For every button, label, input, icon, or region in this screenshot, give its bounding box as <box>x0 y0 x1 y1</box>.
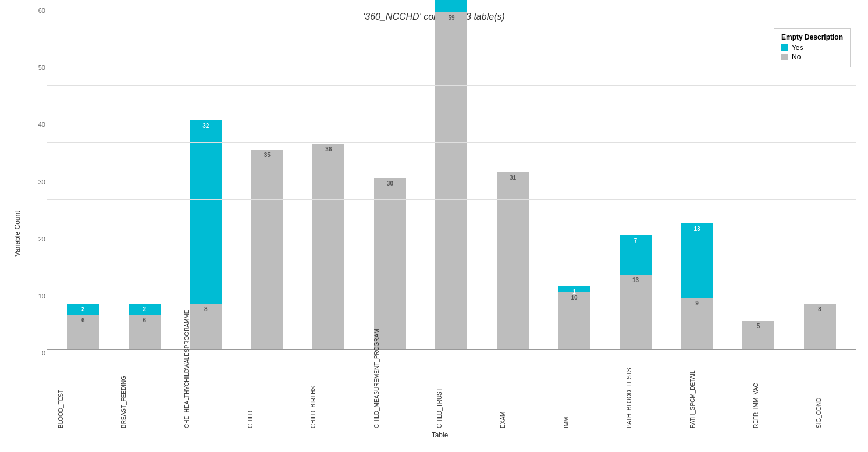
bar-stack: 5 <box>742 321 774 349</box>
x-label-text: IMM <box>563 353 570 428</box>
bar-segment-yes: 7 <box>620 235 652 275</box>
bar-group-child: 35 <box>237 28 298 349</box>
x-label-text: CHILD_TRUST <box>436 353 443 428</box>
x-label-text: BLOOD_TEST <box>58 353 64 428</box>
bar-group-che_healthychildwalesprogramme: 832 <box>175 28 237 349</box>
bar-segment-yes: 13 <box>681 223 713 298</box>
bar-group-imm: 101 <box>543 28 605 349</box>
bar-segment-no: 8 <box>190 304 222 350</box>
bar-group-path_blood_tests: 137 <box>605 28 667 349</box>
chart-inner: Empty Description Yes No 0102030405060 <box>23 28 856 439</box>
bar-stack: 31 <box>497 172 529 349</box>
bar-segment-no: 6 <box>67 315 99 349</box>
bar-stack: 8 <box>804 304 836 350</box>
bar-segment-no: 30 <box>374 178 406 349</box>
x-label-text: BREAST_FEEDING <box>120 353 127 428</box>
bars-container: 62628323536305953110113791358 <box>47 28 856 349</box>
bar-segment-no: 36 <box>312 144 344 349</box>
plot-area: 0102030405060 62628323536305953110113791… <box>23 28 856 350</box>
x-label-text: EXAM <box>500 353 506 428</box>
x-label-text: SIG_COND <box>816 353 822 428</box>
bar-segment-no: 6 <box>129 315 161 349</box>
bar-label-yes-value: 7 <box>634 237 638 244</box>
x-label-item: CHILD_TRUST <box>408 350 472 428</box>
x-label-text: CHILD_MEASUREMENT_PROGRAM <box>373 353 380 428</box>
legend-label-no: No <box>792 53 801 61</box>
legend-item-yes: Yes <box>781 44 843 52</box>
bar-segment-yes: 5 <box>435 0 467 12</box>
bar-label-no-value: 35 <box>264 152 271 158</box>
x-label-item: BREAST_FEEDING <box>93 350 156 428</box>
bar-group-refr_imm_vac: 5 <box>728 28 789 349</box>
bar-stack: 832 <box>190 120 222 349</box>
legend-label-yes: Yes <box>792 44 803 52</box>
chart-container: '360_NCCHD' contains 13 table(s) Variabl… <box>0 0 868 452</box>
bar-label-no-value: 31 <box>510 175 516 181</box>
bar-label-no-value: 59 <box>448 15 454 21</box>
bar-label-yes-value: 1 <box>572 289 576 295</box>
legend: Empty Description Yes No <box>774 28 851 67</box>
x-label-item: EXAM <box>471 350 535 428</box>
x-label-item: IMM <box>535 350 598 428</box>
x-label-item: REFR_IMM_VAC <box>724 350 788 428</box>
x-labels-row: BLOOD_TESTBREAST_FEEDINGCHE_HEALTHYCHILD… <box>23 350 856 428</box>
x-label-text: REFR_IMM_VAC <box>753 353 759 428</box>
bar-group-blood_test: 62 <box>52 28 114 349</box>
bar-group-sig_cond: 8 <box>789 28 851 349</box>
bar-label-no-value: 36 <box>325 146 332 152</box>
legend-item-no: No <box>781 53 843 61</box>
legend-title: Empty Description <box>781 33 843 41</box>
bar-segment-no: 9 <box>681 298 713 349</box>
x-label-item: CHILD <box>219 350 282 428</box>
bar-segment-no: 35 <box>251 150 283 350</box>
bar-stack: 913 <box>681 223 713 349</box>
bar-label-yes-value: 2 <box>143 306 147 312</box>
bar-label-yes-value: 13 <box>694 226 700 232</box>
bar-segment-no: 5 <box>742 321 774 349</box>
x-label-text: PATH_SPCM_DETAIL <box>689 353 696 428</box>
bar-group-child_births: 36 <box>298 28 360 349</box>
bar-stack: 595 <box>435 0 467 349</box>
x-axis-title: Table <box>23 431 856 439</box>
bar-stack: 101 <box>558 286 590 349</box>
bar-label-no-value: 8 <box>818 306 821 312</box>
bar-stack: 62 <box>67 304 99 350</box>
bar-label-no-value: 5 <box>757 323 760 329</box>
x-label-text: CHE_HEALTHYCHILDWALESPROGRAMME <box>184 353 190 428</box>
bar-group-path_spcm_detail: 913 <box>666 28 728 349</box>
bar-group-exam: 31 <box>482 28 544 349</box>
bar-group-breast_feeding: 62 <box>114 28 176 349</box>
x-label-item: PATH_SPCM_DETAIL <box>661 350 724 428</box>
bar-group-child_measurement_program: 30 <box>360 28 421 349</box>
x-label-text: CHILD_BIRTHS <box>310 353 316 428</box>
x-label-item: BLOOD_TEST <box>29 350 93 428</box>
bar-group-child_trust: 595 <box>421 28 482 349</box>
bar-label-no-value: 8 <box>204 306 208 312</box>
x-label-item: PATH_BLOOD_TESTS <box>597 350 661 428</box>
bar-segment-no: 31 <box>497 172 529 349</box>
legend-swatch-yes <box>781 44 788 51</box>
x-label-item: SIG_COND <box>787 350 851 428</box>
chart-title: '360_NCCHD' contains 13 table(s) <box>12 12 856 22</box>
x-label-text: PATH_BLOOD_TESTS <box>626 353 632 428</box>
bar-label-yes-value: 2 <box>81 306 85 312</box>
bar-segment-no: 59 <box>435 12 467 349</box>
bar-label-no-value: 13 <box>632 277 639 283</box>
bar-stack: 30 <box>374 178 406 349</box>
x-label-item: CHILD_BIRTHS <box>282 350 345 428</box>
bar-segment-yes: 1 <box>558 286 590 292</box>
x-label-item: CHE_HEALTHYCHILDWALESPROGRAMME <box>155 350 219 428</box>
bar-label-no-value: 10 <box>571 294 577 301</box>
bar-label-no-value: 6 <box>81 317 85 323</box>
bar-label-no-value: 9 <box>695 300 699 307</box>
bar-label-no-value: 30 <box>387 180 393 187</box>
bar-label-yes-value: 32 <box>202 123 209 129</box>
bar-segment-no: 8 <box>804 304 836 350</box>
bar-stack: 36 <box>312 144 344 349</box>
chart-area: Variable Count Empty Description Yes No … <box>12 28 856 439</box>
bar-stack: 35 <box>251 150 283 350</box>
bar-stack: 62 <box>129 304 161 350</box>
x-label-item: CHILD_MEASUREMENT_PROGRAM <box>345 350 408 428</box>
y-axis-label: Variable Count <box>12 28 23 439</box>
legend-swatch-no <box>781 54 788 60</box>
